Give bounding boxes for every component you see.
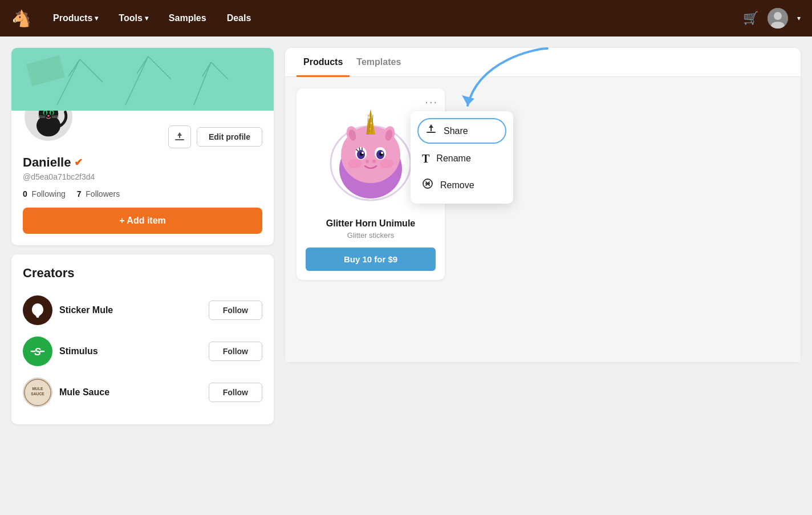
content-card: Products Templates ··· bbox=[285, 48, 801, 362]
svg-line-62 bbox=[359, 148, 360, 150]
profile-card: Edit profile Danielle ✔ @d5ea0a71bc2f3d4… bbox=[11, 48, 274, 245]
mule-sauce-avatar: MULE SAUCE bbox=[23, 378, 52, 407]
nav-samples-label: Samples bbox=[169, 13, 206, 23]
user-avatar[interactable] bbox=[768, 8, 788, 29]
mule-sauce-name: Mule Sauce bbox=[59, 387, 202, 398]
mule-sauce-follow-button[interactable]: Follow bbox=[209, 383, 262, 402]
nav-products[interactable]: Products ▾ bbox=[45, 9, 106, 28]
svg-point-64 bbox=[366, 160, 369, 163]
creator-row-mule-sauce: MULE SAUCE Mule Sauce Follow bbox=[23, 372, 262, 413]
profile-name: Danielle ✔ bbox=[23, 155, 262, 170]
profile-banner bbox=[11, 48, 274, 111]
svg-point-22 bbox=[47, 115, 50, 117]
svg-point-60 bbox=[381, 152, 383, 154]
dropdown-rename[interactable]: T Rename bbox=[411, 146, 513, 171]
nav-products-label: Products bbox=[53, 13, 92, 23]
user-dropdown-chevron[interactable]: ▾ bbox=[797, 14, 801, 22]
svg-text:S: S bbox=[34, 346, 41, 358]
svg-rect-68 bbox=[427, 132, 436, 133]
stimulus-name: Stimulus bbox=[59, 346, 202, 356]
navbar: 🐴 Products ▾ Tools ▾ Samples Deals 🛒 ▾ bbox=[0, 0, 812, 37]
svg-point-66 bbox=[348, 159, 362, 168]
dropdown-remove[interactable]: Remove bbox=[411, 171, 513, 199]
tab-templates[interactable]: Templates bbox=[350, 48, 408, 77]
right-panel: Products Templates ··· bbox=[285, 48, 801, 424]
svg-marker-73 bbox=[462, 95, 474, 106]
following-stat: 0 Following bbox=[23, 189, 66, 198]
creator-row-stimulus: S Stimulus Follow bbox=[23, 331, 262, 372]
buy-button[interactable]: Buy 10 for $9 bbox=[306, 248, 436, 271]
svg-text:MULE: MULE bbox=[32, 387, 43, 391]
svg-point-20 bbox=[44, 111, 46, 116]
stimulus-follow-button[interactable]: Follow bbox=[209, 342, 262, 361]
sticker-mule-name: Sticker Mule bbox=[59, 305, 202, 315]
product-sticker-image bbox=[319, 103, 422, 206]
product-wrapper: ··· bbox=[297, 88, 445, 280]
svg-marker-70 bbox=[429, 124, 433, 128]
follow-stats: 0 Following 7 Followers bbox=[23, 189, 262, 198]
svg-point-21 bbox=[51, 111, 53, 116]
product-subtitle: Glitter stickers bbox=[306, 231, 436, 240]
dropdown-share[interactable]: Share bbox=[417, 118, 506, 144]
creators-title: Creators bbox=[23, 266, 262, 281]
remove-icon bbox=[422, 178, 433, 192]
tabs-row: Products Templates bbox=[285, 48, 801, 77]
main-layout: Edit profile Danielle ✔ @d5ea0a71bc2f3d4… bbox=[0, 37, 812, 436]
cart-icon[interactable]: 🛒 bbox=[743, 11, 758, 26]
verified-badge: ✔ bbox=[74, 156, 83, 169]
svg-point-50 bbox=[368, 116, 370, 119]
nav-tools-label: Tools bbox=[119, 13, 142, 23]
profile-handle: @d5ea0a71bc2f3d4 bbox=[23, 172, 262, 181]
nav-deals-label: Deals bbox=[227, 13, 251, 23]
profile-actions: Edit profile bbox=[168, 125, 262, 148]
svg-point-59 bbox=[362, 152, 364, 154]
upload-button[interactable] bbox=[168, 125, 191, 148]
share-label: Share bbox=[444, 126, 468, 136]
svg-rect-3 bbox=[11, 48, 274, 111]
svg-point-52 bbox=[370, 128, 371, 129]
followers-stat: 7 Followers bbox=[77, 189, 120, 198]
dropdown-menu: Share T Rename bbox=[411, 111, 513, 204]
add-item-button[interactable]: + Add item bbox=[23, 208, 262, 234]
svg-point-51 bbox=[371, 123, 372, 124]
nav-deals[interactable]: Deals bbox=[219, 9, 259, 28]
rename-label: Rename bbox=[436, 153, 470, 164]
navbar-logo: 🐴 bbox=[11, 9, 31, 28]
svg-marker-29 bbox=[177, 132, 182, 136]
svg-point-1 bbox=[774, 12, 782, 20]
profile-name-text: Danielle bbox=[23, 155, 71, 170]
product-menu-button[interactable]: ··· bbox=[425, 95, 438, 108]
creator-row-sticker-mule: Sticker Mule Follow bbox=[23, 290, 262, 331]
left-panel: Edit profile Danielle ✔ @d5ea0a71bc2f3d4… bbox=[11, 48, 274, 424]
svg-point-67 bbox=[380, 159, 393, 168]
tab-products[interactable]: Products bbox=[297, 48, 350, 77]
nav-tools[interactable]: Tools ▾ bbox=[111, 9, 156, 28]
rename-icon: T bbox=[422, 153, 429, 164]
navbar-right: 🛒 ▾ bbox=[743, 8, 801, 29]
svg-point-65 bbox=[372, 160, 376, 163]
creators-card: Creators Sticker Mule Follow S bbox=[11, 254, 274, 424]
share-icon bbox=[425, 124, 437, 138]
edit-profile-button[interactable]: Edit profile bbox=[197, 127, 262, 147]
profile-info: Edit profile Danielle ✔ @d5ea0a71bc2f3d4… bbox=[11, 111, 274, 245]
nav-samples[interactable]: Samples bbox=[161, 9, 214, 28]
remove-label: Remove bbox=[440, 180, 474, 190]
nav-tools-chevron: ▾ bbox=[145, 14, 148, 22]
nav-products-chevron: ▾ bbox=[95, 14, 98, 22]
product-name: Glitter Horn Unimule bbox=[306, 218, 436, 229]
svg-rect-27 bbox=[175, 139, 184, 140]
sticker-mule-follow-button[interactable]: Follow bbox=[209, 301, 262, 320]
svg-text:SAUCE: SAUCE bbox=[31, 392, 44, 396]
stimulus-avatar: S bbox=[23, 336, 52, 366]
products-area: ··· bbox=[285, 77, 801, 362]
sticker-mule-avatar bbox=[23, 295, 52, 325]
